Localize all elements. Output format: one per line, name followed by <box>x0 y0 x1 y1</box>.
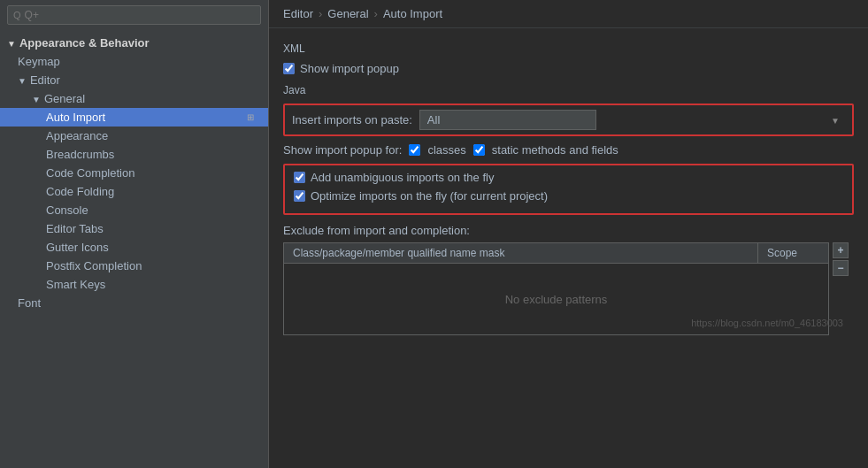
add-unambiguous-checkbox[interactable] <box>294 172 305 183</box>
sidebar: Q ▼Appearance & Behavior Keymap ▼Editor … <box>0 0 269 468</box>
chevron-down-icon: ▼ <box>32 95 41 104</box>
insert-imports-row: Insert imports on paste: All Ask None ▼ <box>283 104 854 136</box>
no-patterns-label: No exclude patterns <box>505 293 608 306</box>
optimize-imports-checkbox[interactable] <box>294 190 305 202</box>
sidebar-item-appearance-behavior[interactable]: ▼Appearance & Behavior <box>0 34 268 52</box>
classes-label: classes <box>427 143 465 157</box>
sidebar-item-code-completion[interactable]: Code Completion <box>0 164 268 182</box>
breadcrumb-auto-import: Auto Import <box>383 7 442 20</box>
sidebar-item-editor[interactable]: ▼Editor <box>0 71 268 89</box>
breadcrumb-sep1: › <box>319 7 322 20</box>
search-box[interactable]: Q <box>7 5 261 25</box>
chevron-down-icon: ▼ <box>831 115 840 125</box>
content-body: XML Show import popup Java Insert import… <box>269 28 868 468</box>
search-input[interactable] <box>25 9 255 21</box>
url-watermark: https://blog.csdn.net/m0_46183003 <box>691 318 843 328</box>
sidebar-item-gutter-icons[interactable]: Gutter Icons <box>0 238 268 257</box>
optimize-imports-row: Optimize imports on the fly (for current… <box>294 189 843 203</box>
sidebar-item-breadcrumbs[interactable]: Breadcrumbs <box>0 145 268 164</box>
sidebar-item-appearance[interactable]: Appearance <box>0 127 268 145</box>
table-buttons: + − <box>833 242 849 276</box>
exclude-table-header: Class/package/member qualified name mask… <box>284 243 828 264</box>
static-methods-checkbox[interactable] <box>473 144 485 156</box>
dropdown-wrapper: All Ask None ▼ <box>419 110 845 130</box>
add-pattern-button[interactable]: + <box>833 242 849 258</box>
search-icon: Q <box>13 10 21 20</box>
show-import-popup-label: Show import popup <box>300 62 399 75</box>
sidebar-item-font[interactable]: Font <box>0 294 268 312</box>
classes-checkbox[interactable] <box>409 144 420 156</box>
breadcrumb: Editor › General › Auto Import <box>269 0 868 28</box>
sidebar-item-smart-keys[interactable]: Smart Keys <box>0 275 268 294</box>
exclude-label: Exclude from import and completion: <box>283 224 854 237</box>
sidebar-item-editor-tabs[interactable]: Editor Tabs <box>0 219 268 238</box>
breadcrumb-sep2: › <box>374 7 378 20</box>
add-unambiguous-row: Add unambiguous imports on the fly <box>294 171 843 184</box>
sidebar-item-auto-import[interactable]: Auto Import ⊞ <box>0 108 268 127</box>
show-import-popup-for-label: Show import popup for: <box>283 143 402 157</box>
show-import-popup-row: Show import popup <box>283 62 854 75</box>
sidebar-tree: ▼Appearance & Behavior Keymap ▼Editor ▼G… <box>0 30 268 468</box>
java-section: Java Insert imports on paste: All Ask No… <box>283 84 854 335</box>
java-section-label: Java <box>283 84 854 96</box>
outlined-checkbox-box: Add unambiguous imports on the fly Optim… <box>283 164 854 215</box>
sidebar-item-keymap[interactable]: Keymap <box>0 52 268 71</box>
chevron-down-icon: ▼ <box>18 76 27 86</box>
sidebar-item-code-folding[interactable]: Code Folding <box>0 182 268 201</box>
show-import-popup-for-row: Show import popup for: classes static me… <box>283 143 854 157</box>
static-methods-label: static methods and fields <box>492 143 618 157</box>
insert-imports-label: Insert imports on paste: <box>292 113 412 127</box>
breadcrumb-editor: Editor <box>283 7 313 20</box>
edit-icon: ⊞ <box>247 112 254 122</box>
exclude-col2-header: Scope <box>757 243 828 263</box>
show-import-popup-checkbox[interactable] <box>283 63 295 74</box>
content-area: Editor › General › Auto Import XML Show … <box>269 0 868 468</box>
content-relative-container: XML Show import popup Java Insert import… <box>283 42 854 335</box>
main-layout: Q ▼Appearance & Behavior Keymap ▼Editor … <box>0 0 868 468</box>
exclude-col1-header: Class/package/member qualified name mask <box>284 243 757 263</box>
remove-pattern-button[interactable]: − <box>833 260 849 276</box>
insert-imports-dropdown[interactable]: All Ask None <box>419 110 596 130</box>
xml-section-label: XML <box>283 42 854 55</box>
breadcrumb-general: General <box>327 7 368 20</box>
optimize-imports-label: Optimize imports on the fly (for current… <box>311 189 548 203</box>
chevron-down-icon: ▼ <box>7 39 16 49</box>
sidebar-item-general[interactable]: ▼General <box>0 89 268 108</box>
sidebar-item-postfix-completion[interactable]: Postfix Completion <box>0 257 268 275</box>
sidebar-item-console[interactable]: Console <box>0 201 268 219</box>
add-unambiguous-label: Add unambiguous imports on the fly <box>311 171 494 184</box>
